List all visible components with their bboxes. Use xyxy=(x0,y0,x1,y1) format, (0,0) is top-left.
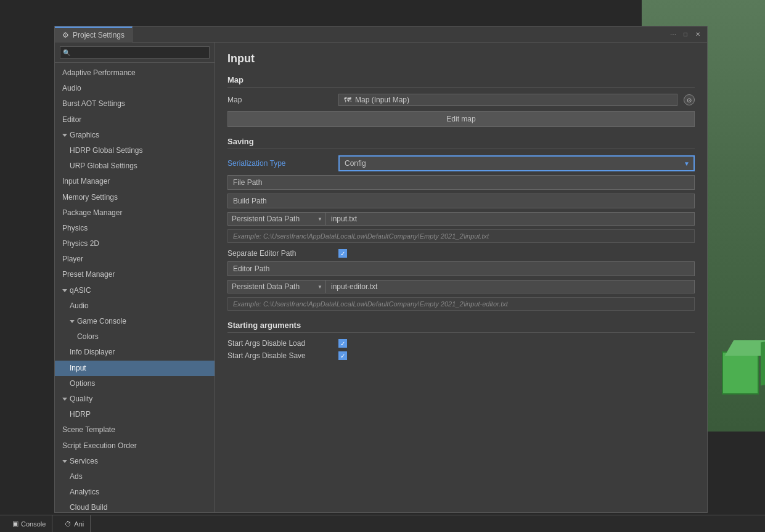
services-expand-arrow xyxy=(62,460,67,463)
console-tab[interactable]: ▣ Console xyxy=(6,515,52,532)
sidebar-graphics-label: Graphics xyxy=(70,129,99,141)
disable-save-label: Start Args Disable Save xyxy=(227,351,338,360)
input-filename-field[interactable] xyxy=(326,212,695,226)
section-saving-header: Saving xyxy=(227,137,695,149)
sidebar-group-services[interactable]: Services xyxy=(55,454,215,469)
sidebar-item-input[interactable]: Input xyxy=(55,361,215,376)
separate-editor-path-row: Separate Editor Path ✓ xyxy=(227,249,695,258)
project-settings-window: ⚙ Project Settings ⋯ □ ✕ 🔍 Adaptive Perf… xyxy=(54,26,708,513)
page-title: Input xyxy=(227,52,695,65)
disable-save-row: Start Args Disable Save ✓ xyxy=(227,351,695,360)
sidebar-item-physics[interactable]: Physics xyxy=(55,221,215,236)
section-starting-args-header: Starting arguments xyxy=(227,321,695,333)
window-maximize-btn[interactable]: □ xyxy=(681,30,690,39)
search-icon: 🔍 xyxy=(63,49,70,56)
search-wrapper: 🔍 xyxy=(60,46,210,59)
sidebar-item-scene-template[interactable]: Scene Template xyxy=(55,422,215,438)
example-path-text: Example: C:\Users\franc\AppData\LocalLow… xyxy=(227,229,695,243)
section-starting-args: Starting arguments Start Args Disable Lo… xyxy=(227,321,695,360)
map-selector-container: 🗺 Map (Input Map) ⊙ xyxy=(338,94,695,106)
persistent-data-dropdown[interactable]: Persistent Data Path xyxy=(227,212,326,226)
sidebar-nav-list: Adaptive Performance Audio Burst AOT Set… xyxy=(55,63,215,512)
sidebar-item-editor[interactable]: Editor xyxy=(55,112,215,128)
sidebar-quality-label: Quality xyxy=(70,393,92,405)
sidebar-item-adaptive-performance[interactable]: Adaptive Performance xyxy=(55,65,215,81)
map-selector[interactable]: 🗺 Map (Input Map) xyxy=(338,94,677,106)
graphics-expand-arrow xyxy=(62,134,67,137)
scene-object-cube xyxy=(722,351,759,395)
sidebar-item-physics-2d[interactable]: Physics 2D xyxy=(55,236,215,252)
editor-persistent-data-dropdown[interactable]: Persistent Data Path xyxy=(227,280,326,293)
sidebar-item-hdrp[interactable]: HDRP xyxy=(55,407,215,422)
settings-icon: ⚙ xyxy=(62,31,69,39)
sidebar-item-input-manager[interactable]: Input Manager xyxy=(55,174,215,189)
window-titlebar: ⚙ Project Settings ⋯ □ ✕ xyxy=(55,27,707,43)
sidebar-group-graphics[interactable]: Graphics xyxy=(55,128,215,143)
sidebar-item-memory-settings[interactable]: Memory Settings xyxy=(55,190,215,205)
window-body: 🔍 Adaptive Performance Audio Burst AOT S… xyxy=(55,43,707,512)
animate-tab[interactable]: ⏱ Ani xyxy=(59,515,91,532)
editor-example-path-text: Example: C:\Users\franc\AppData\LocalLow… xyxy=(227,297,695,311)
map-field-label: Map xyxy=(227,96,338,104)
sidebar-item-analytics[interactable]: Analytics xyxy=(55,485,215,500)
sidebar-item-package-manager[interactable]: Package Manager xyxy=(55,205,215,221)
sidebar-item-preset-manager[interactable]: Preset Manager xyxy=(55,267,215,282)
serialization-type-row: Serialization Type Config ▼ xyxy=(227,155,695,171)
sidebar-item-urp-global[interactable]: URP Global Settings xyxy=(55,158,215,174)
sidebar-group-qasic[interactable]: qASIC xyxy=(55,283,215,298)
persistent-data-dropdown-wrapper: Persistent Data Path ▼ xyxy=(227,212,326,226)
sidebar-item-player[interactable]: Player xyxy=(55,252,215,267)
window-close-btn[interactable]: ✕ xyxy=(693,30,702,39)
game-console-expand-arrow xyxy=(70,320,75,323)
console-icon: ▣ xyxy=(12,520,18,528)
sidebar-item-options[interactable]: Options xyxy=(55,376,215,391)
animate-tab-label: Ani xyxy=(74,520,84,528)
disable-load-label: Start Args Disable Load xyxy=(227,339,338,348)
window-menu-btn[interactable]: ⋯ xyxy=(669,30,677,39)
sidebar-group-game-console[interactable]: Game Console xyxy=(55,314,215,329)
separate-editor-path-label: Separate Editor Path xyxy=(227,249,338,258)
sidebar-group-quality[interactable]: Quality xyxy=(55,391,215,407)
sidebar-game-console-label: Game Console xyxy=(77,316,126,327)
sidebar-item-colors[interactable]: Colors xyxy=(55,329,215,345)
disable-load-row: Start Args Disable Load ✓ xyxy=(227,339,695,348)
editor-filename-field[interactable] xyxy=(326,280,695,293)
map-select-btn[interactable]: ⊙ xyxy=(684,94,695,105)
section-saving: Saving Serialization Type Config ▼ File … xyxy=(227,137,695,311)
separate-editor-path-checkbox[interactable]: ✓ xyxy=(338,249,347,258)
console-tab-label: Console xyxy=(21,520,46,528)
edit-map-button[interactable]: Edit map xyxy=(227,111,695,127)
window-tab-project-settings[interactable]: ⚙ Project Settings xyxy=(55,27,133,43)
sidebar-item-info-displayer[interactable]: Info Displayer xyxy=(55,345,215,360)
serialization-type-dropdown[interactable]: Config xyxy=(338,155,695,171)
qasic-expand-arrow xyxy=(62,289,67,292)
disable-save-checkbox[interactable]: ✓ xyxy=(338,351,347,360)
section-map-header: Map xyxy=(227,75,695,88)
sidebar-item-qasic-audio[interactable]: Audio xyxy=(55,298,215,314)
content-area: Input Map Map 🗺 Map (Input Map) ⊙ Edit m… xyxy=(215,43,707,512)
map-selector-value: Map (Input Map) xyxy=(355,96,409,104)
editor-persistent-data-dropdown-wrapper: Persistent Data Path ▼ xyxy=(227,280,326,293)
map-field-row: Map 🗺 Map (Input Map) ⊙ xyxy=(227,94,695,106)
editor-path-box: Editor Path xyxy=(227,261,695,276)
search-input[interactable] xyxy=(60,46,210,59)
sidebar-item-audio[interactable]: Audio xyxy=(55,81,215,96)
disable-load-checkbox[interactable]: ✓ xyxy=(338,339,347,348)
map-selector-icon: 🗺 xyxy=(344,96,351,104)
persistent-data-row: Persistent Data Path ▼ xyxy=(227,212,695,226)
sidebar-item-hdrp-global[interactable]: HDRP Global Settings xyxy=(55,143,215,158)
serialization-wrapper: Config ▼ xyxy=(338,155,695,171)
search-bar-container: 🔍 xyxy=(55,43,215,63)
quality-expand-arrow xyxy=(62,398,67,401)
sidebar-item-burst-aot[interactable]: Burst AOT Settings xyxy=(55,96,215,112)
serialization-type-label: Serialization Type xyxy=(227,159,338,168)
sidebar-item-script-execution[interactable]: Script Execution Order xyxy=(55,438,215,454)
sidebar: 🔍 Adaptive Performance Audio Burst AOT S… xyxy=(55,43,215,512)
window-tab-label: Project Settings xyxy=(73,31,125,39)
sidebar-item-ads[interactable]: Ads xyxy=(55,469,215,485)
window-controls: ⋯ □ ✕ xyxy=(669,30,702,39)
section-map: Map Map 🗺 Map (Input Map) ⊙ Edit map xyxy=(227,75,695,127)
sidebar-qasic-label: qASIC xyxy=(70,285,91,297)
sidebar-services-label: Services xyxy=(70,456,98,467)
sidebar-item-cloud-build[interactable]: Cloud Build xyxy=(55,500,215,512)
